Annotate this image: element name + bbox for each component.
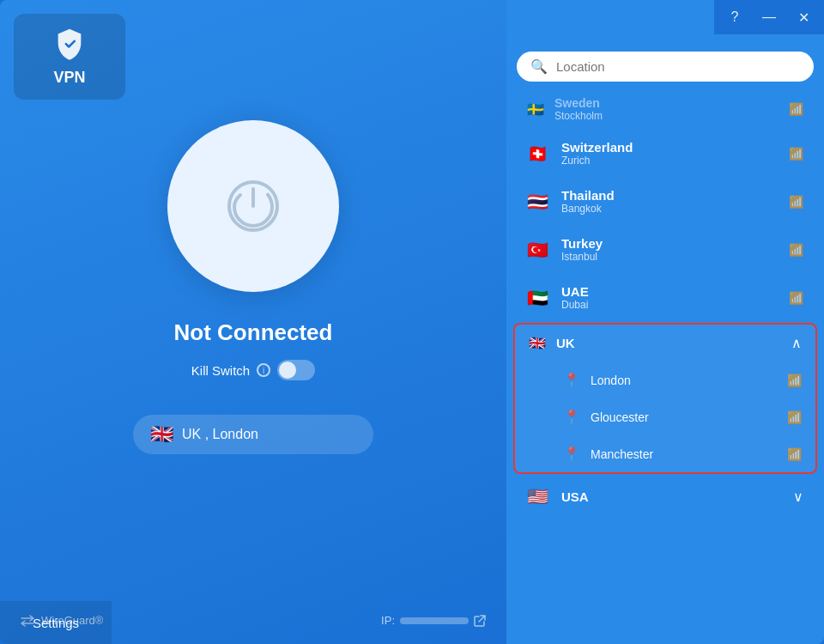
list-item[interactable]: 🇹🇭 Thailand Bangkok 📶 xyxy=(513,178,817,225)
signal-icon: 📶 xyxy=(789,243,803,257)
usa-list-item[interactable]: 🇺🇸 USA ∨ xyxy=(513,476,817,517)
gloucester-city-item[interactable]: 📍 Gloucester 📶 xyxy=(515,398,815,435)
close-button[interactable]: ✕ xyxy=(793,7,814,27)
uk-info: UK xyxy=(556,336,781,350)
selected-location-flag: 🇬🇧 xyxy=(150,423,173,446)
ip-masked-value xyxy=(400,617,469,624)
thailand-country-name: Thailand xyxy=(561,188,779,203)
uae-info: UAE Dubai xyxy=(561,284,779,311)
uk-section: 🇬🇧 UK ∧ 📍 London 📶 xyxy=(513,323,817,474)
shield-icon xyxy=(52,27,87,62)
kill-switch-row: Kill Switch i xyxy=(191,360,315,380)
uae-country-name: UAE xyxy=(561,284,779,299)
logo-area: VPN xyxy=(14,14,125,100)
switzerland-city-name: Zurich xyxy=(561,155,779,167)
sweden-city-name: Stockholm xyxy=(554,110,779,122)
list-item[interactable]: 🇨🇭 Switzerland Zurich 📶 xyxy=(513,130,817,177)
turkey-country-name: Turkey xyxy=(561,236,779,251)
pin-icon: 📍 xyxy=(563,409,580,425)
settings-button[interactable]: Settings xyxy=(0,601,112,644)
ip-info: IP: xyxy=(381,614,486,627)
list-item[interactable]: 🇸🇪 Sweden Stockholm 📶 xyxy=(513,89,817,129)
main-layout: VPN Not Connected Kill Switch i xyxy=(0,0,824,644)
uk-cities: 📍 London 📶 📍 Gloucester 📶 📍 xyxy=(515,361,815,472)
london-label: London xyxy=(591,374,777,387)
uk-flag: 🇬🇧 xyxy=(529,335,546,351)
signal-icon: 📶 xyxy=(789,147,803,161)
london-city-item[interactable]: 📍 London 📶 xyxy=(515,361,815,398)
kill-switch-label: Kill Switch xyxy=(191,363,250,378)
sweden-info: Sweden Stockholm xyxy=(554,96,779,122)
signal-icon: 📶 xyxy=(789,102,803,116)
manchester-label: Manchester xyxy=(591,447,777,461)
ip-label: IP: xyxy=(381,614,395,627)
signal-icon: 📶 xyxy=(787,410,802,424)
turkey-city-name: Istanbul xyxy=(561,251,779,263)
selected-location-text: UK , London xyxy=(182,427,258,442)
signal-icon: 📶 xyxy=(787,447,802,461)
gloucester-label: Gloucester xyxy=(591,410,777,424)
title-bar: ? — ✕ xyxy=(714,0,824,34)
manchester-city-item[interactable]: 📍 Manchester 📶 xyxy=(515,435,815,472)
kill-switch-info-icon[interactable]: i xyxy=(257,363,270,377)
toggle-thumb xyxy=(279,361,296,379)
list-item[interactable]: 🇦🇪 UAE Dubai 📶 xyxy=(513,274,817,321)
power-button[interactable] xyxy=(167,120,339,292)
right-panel: 🔍 🇸🇪 Sweden Stockholm 📶 🇨🇭 xyxy=(506,0,824,644)
app-window: ? — ✕ VPN xyxy=(0,0,824,644)
turkey-flag: 🇹🇷 xyxy=(527,240,551,260)
kill-switch-toggle[interactable] xyxy=(277,360,315,380)
power-icon xyxy=(223,176,283,236)
external-link-icon[interactable] xyxy=(474,615,486,627)
uk-header[interactable]: 🇬🇧 UK ∧ xyxy=(515,325,815,361)
status-area: Not Connected xyxy=(174,319,333,346)
usa-chevron-icon: ∨ xyxy=(793,489,803,505)
pin-icon: 📍 xyxy=(563,446,580,462)
pin-icon: 📍 xyxy=(563,372,580,388)
power-circle-container xyxy=(167,120,339,292)
usa-country-name: USA xyxy=(561,489,783,504)
logo-label: VPN xyxy=(53,69,85,87)
thailand-info: Thailand Bangkok xyxy=(561,188,779,215)
uk-country-name: UK xyxy=(556,336,781,350)
location-search-input[interactable] xyxy=(556,59,800,74)
minimize-button[interactable]: — xyxy=(759,7,779,27)
help-button[interactable]: ? xyxy=(724,7,745,27)
signal-icon: 📶 xyxy=(789,291,803,305)
list-item[interactable]: 🇹🇷 Turkey Istanbul 📶 xyxy=(513,226,817,273)
thailand-city-name: Bangkok xyxy=(561,203,779,215)
sweden-country-name: Sweden xyxy=(554,96,779,110)
usa-info: USA xyxy=(561,489,783,504)
thailand-flag: 🇹🇭 xyxy=(527,191,551,212)
usa-flag: 🇺🇸 xyxy=(527,486,551,507)
selected-location-bar[interactable]: 🇬🇧 UK , London xyxy=(133,415,373,454)
uae-city-name: Dubai xyxy=(561,299,779,311)
search-icon: 🔍 xyxy=(530,58,548,75)
switzerland-country-name: Switzerland xyxy=(561,140,779,155)
signal-icon: 📶 xyxy=(789,195,803,209)
sweden-flag: 🇸🇪 xyxy=(527,101,544,118)
uk-chevron-icon: ∧ xyxy=(791,335,802,351)
signal-icon: 📶 xyxy=(787,374,802,387)
connection-status: Not Connected xyxy=(174,319,333,346)
left-panel: VPN Not Connected Kill Switch i xyxy=(0,0,506,644)
switzerland-info: Switzerland Zurich xyxy=(561,140,779,167)
uae-flag: 🇦🇪 xyxy=(527,288,551,308)
search-bar[interactable]: 🔍 xyxy=(517,52,814,82)
switzerland-flag: 🇨🇭 xyxy=(527,143,551,164)
location-list: 🇸🇪 Sweden Stockholm 📶 🇨🇭 Switzerland Zur… xyxy=(506,88,824,644)
turkey-info: Turkey Istanbul xyxy=(561,236,779,263)
